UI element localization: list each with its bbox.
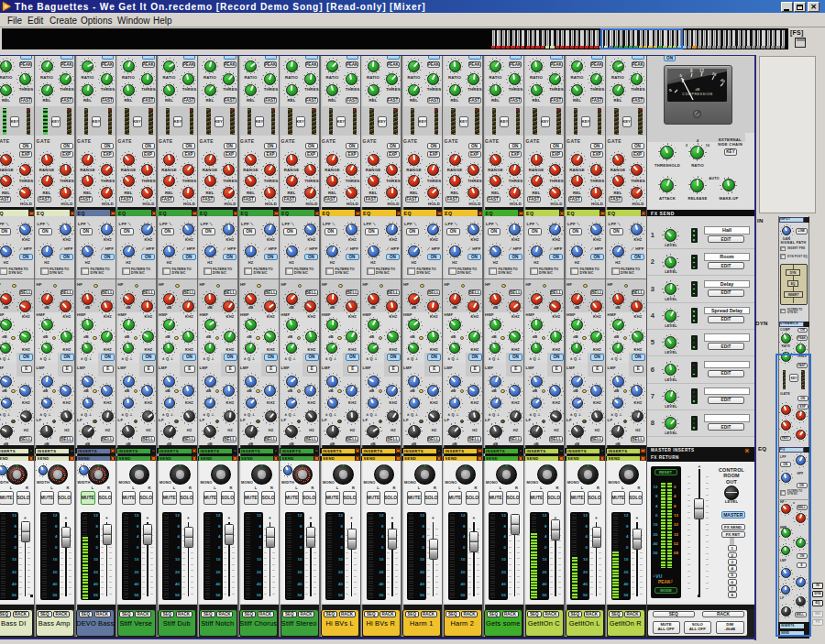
- svg-text:12: 12: [699, 69, 705, 73]
- svg-text:dB: dB: [696, 88, 700, 92]
- svg-text:COMPRESSION: COMPRESSION: [683, 93, 714, 96]
